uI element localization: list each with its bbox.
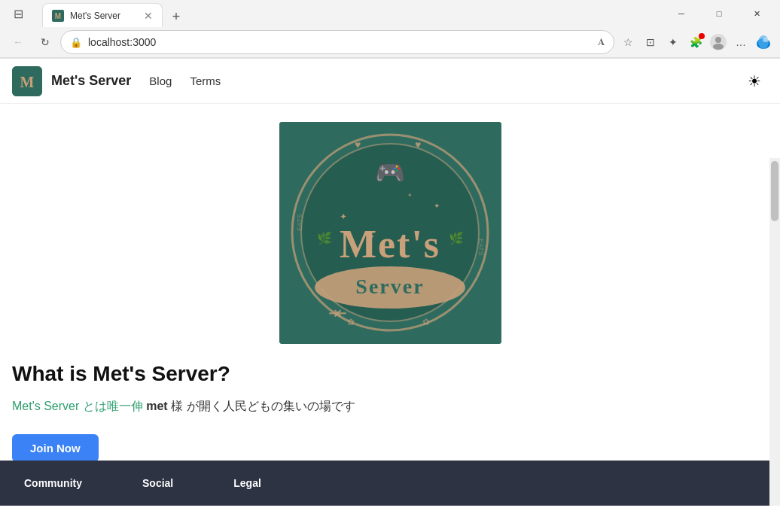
svg-text:✦: ✦ — [434, 202, 440, 210]
site-nav-right: ☀ — [741, 68, 768, 95]
svg-text:Met's: Met's — [339, 223, 440, 266]
desc-rest: 様 が開く人民どもの集いの場です — [168, 400, 355, 412]
tab-close-button[interactable]: ✕ — [144, 10, 153, 22]
scrollbar-track[interactable] — [769, 158, 780, 506]
desc-teal-part: Met's Server とは唯一伸 — [12, 400, 146, 412]
browser-tab-active[interactable]: M Met's Server ✕ — [42, 3, 163, 27]
tab-favicon: M — [52, 10, 64, 22]
browser-toolbar-right: ☆ ⊡ ✦ 🧩 … — [617, 32, 774, 53]
svg-text:🌿: 🌿 — [317, 231, 332, 245]
footer-social-title: Social — [142, 477, 173, 489]
split-view-button[interactable]: ⊡ — [640, 32, 661, 53]
site-nav-links: Blog Terms — [149, 74, 221, 87]
join-now-button[interactable]: Join Now — [12, 434, 99, 462]
footer-legal: Legal — [233, 476, 261, 490]
hero-image-wrap: ♥ ♥ 🎮 ✦ ✦ ✦ ✦ Met's Server — [12, 122, 768, 344]
url-text: localhost:3000 — [88, 36, 592, 48]
site-name: Met's Server — [51, 73, 131, 89]
svg-point-6 — [758, 35, 769, 49]
tab-title: Met's Server — [70, 11, 138, 21]
window-controls: ─ □ ✕ — [664, 0, 774, 27]
webpage: M Met's Server Blog Terms ☀ — [0, 58, 780, 506]
footer-legal-title: Legal — [233, 477, 261, 489]
site-nav: M Met's Server Blog Terms ☀ — [0, 59, 780, 104]
svg-point-7 — [763, 38, 769, 42]
svg-text:EATS: EATS — [296, 214, 303, 231]
desc-met: met — [146, 400, 167, 412]
address-bar[interactable]: 🔒 localhost:3000 𝐀 — [60, 30, 614, 54]
nav-blog[interactable]: Blog — [149, 74, 172, 87]
svg-text:♥: ♥ — [355, 138, 361, 150]
svg-text:✿: ✿ — [347, 317, 355, 327]
browser-window: ⊟ M Met's Server ✕ + ─ □ ✕ ← ↻ — [0, 0, 780, 532]
svg-text:✦: ✦ — [407, 192, 413, 199]
more-button[interactable]: … — [730, 32, 751, 53]
footer-community-title: Community — [24, 477, 82, 489]
svg-text:♥: ♥ — [415, 138, 421, 150]
browser-sidebar-toggle[interactable]: ⊟ — [6, 2, 30, 26]
back-button[interactable]: ← — [6, 30, 30, 54]
main-content: ♥ ♥ 🎮 ✦ ✦ ✦ ✦ Met's Server — [0, 104, 780, 462]
profile-button[interactable] — [708, 32, 729, 53]
hero-image: ♥ ♥ 🎮 ✦ ✦ ✦ ✦ Met's Server — [279, 122, 501, 344]
favorites-button[interactable]: ☆ — [617, 32, 638, 53]
new-tab-button[interactable]: + — [166, 6, 187, 27]
svg-point-4 — [713, 44, 724, 50]
footer-social: Social — [142, 476, 173, 490]
refresh-button[interactable]: ↻ — [33, 30, 57, 54]
theme-toggle-button[interactable]: ☀ — [741, 68, 768, 95]
lock-icon: 🔒 — [70, 37, 82, 48]
close-button[interactable]: ✕ — [739, 0, 774, 27]
minimize-button[interactable]: ─ — [664, 0, 699, 27]
site-footer: Community Social Legal — [0, 461, 780, 506]
nav-terms[interactable]: Terms — [190, 74, 221, 87]
svg-text:✿: ✿ — [422, 317, 430, 327]
svg-point-3 — [715, 37, 721, 43]
scrollbar-thumb[interactable] — [771, 161, 778, 221]
svg-text:➜: ➜ — [336, 306, 347, 321]
section-description: Met's Server とは唯一伸 met 様 が開く人民どもの集いの場です — [12, 397, 768, 416]
svg-text:🌿: 🌿 — [449, 231, 464, 245]
svg-text:EATS: EATS — [477, 239, 485, 256]
collections-button[interactable]: ✦ — [663, 32, 684, 53]
read-aloud-icon[interactable]: 𝐀 — [598, 36, 605, 48]
maximize-button[interactable]: □ — [702, 0, 736, 27]
svg-text:M: M — [20, 74, 35, 90]
extensions-button[interactable]: 🧩 — [685, 32, 706, 53]
section-title: What is Met's Server? — [12, 362, 768, 386]
address-bar-row: ← ↻ 🔒 localhost:3000 𝐀 ☆ ⊡ ✦ 🧩 … — [0, 27, 780, 57]
footer-community: Community — [24, 476, 82, 490]
edge-icon-button[interactable] — [753, 32, 774, 53]
svg-text:Server: Server — [355, 275, 424, 298]
svg-text:🎮: 🎮 — [375, 158, 405, 187]
site-logo: M — [12, 66, 42, 96]
svg-text:M: M — [55, 12, 61, 20]
svg-text:✦: ✦ — [340, 211, 347, 222]
